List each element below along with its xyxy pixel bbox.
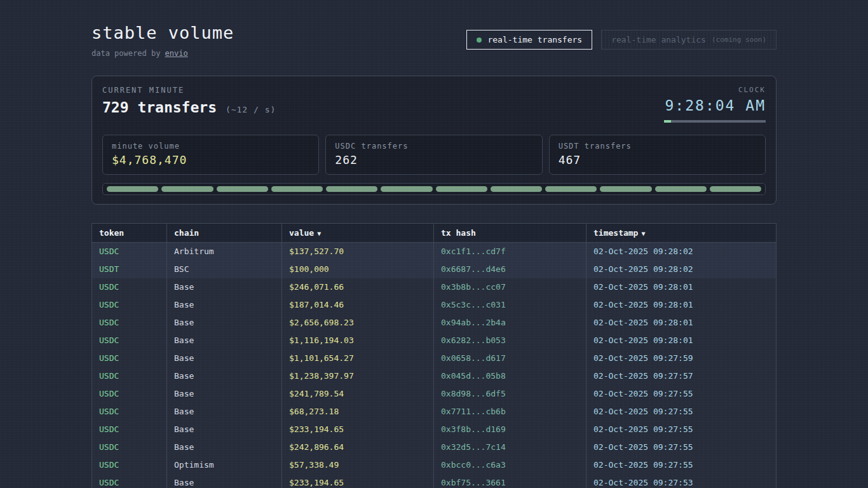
value-cell: $57,338.49 bbox=[282, 456, 434, 474]
header-block: stable volume data powered by envio bbox=[92, 23, 234, 58]
chain-cell: Optimism bbox=[167, 456, 282, 474]
envio-link[interactable]: envio bbox=[165, 49, 188, 58]
activity-segment bbox=[436, 186, 487, 192]
tx-hash-link[interactable]: 0x7711...cb6b bbox=[434, 403, 587, 421]
token-cell: USDC bbox=[92, 278, 167, 296]
token-cell: USDC bbox=[92, 474, 167, 488]
chain-cell: Base bbox=[167, 349, 282, 367]
table-body: USDCArbitrum$137,527.700xc1f1...cd7f02-O… bbox=[92, 243, 776, 488]
token-cell: USDC bbox=[92, 438, 167, 456]
stat-minute-volume: minute volume $4,768,470 bbox=[102, 135, 319, 175]
timestamp-cell: 02-Oct-2025 09:28:01 bbox=[587, 296, 776, 314]
tab-transfers-label: real-time transfers bbox=[487, 35, 582, 44]
tx-hash-link[interactable]: 0xc1f1...cd7f bbox=[434, 243, 587, 261]
value-cell: $68,273.18 bbox=[282, 403, 434, 421]
column-label: tx hash bbox=[441, 228, 476, 238]
timestamp-cell: 02-Oct-2025 09:28:01 bbox=[587, 314, 776, 332]
tab-realtime-analytics[interactable]: real-time analytics (coming soon) bbox=[601, 30, 776, 50]
stat-label: minute volume bbox=[112, 142, 309, 151]
table-row: USDCBase$1,101,654.270x0658...d61702-Oct… bbox=[92, 349, 776, 367]
tx-hash-link[interactable]: 0x6282...b053 bbox=[434, 332, 587, 349]
value-cell: $241,789.54 bbox=[282, 385, 434, 403]
table-row: USDCOptimism$57,338.490xbcc0...c6a302-Oc… bbox=[92, 456, 776, 474]
chain-cell: Base bbox=[167, 332, 282, 349]
current-minute-label: CURRENT MINUTE bbox=[102, 86, 276, 95]
stat-value: 467 bbox=[559, 153, 756, 166]
transfer-rate: (~12 / s) bbox=[226, 105, 276, 114]
activity-segment bbox=[655, 186, 707, 192]
column-header-tx-hash[interactable]: tx hash bbox=[434, 224, 587, 242]
value-cell: $187,014.46 bbox=[282, 296, 434, 314]
view-tabs: real-time transfers real-time analytics … bbox=[466, 30, 776, 50]
activity-segment bbox=[326, 186, 377, 192]
tx-hash-link[interactable]: 0x8d98...6df5 bbox=[434, 385, 587, 403]
tx-hash-link[interactable]: 0x0658...d617 bbox=[434, 349, 587, 367]
tx-hash-link[interactable]: 0x94ab...2b4a bbox=[434, 314, 587, 332]
current-minute-panel: CURRENT MINUTE 729 transfers (~12 / s) C… bbox=[92, 76, 776, 205]
table-row: USDCArbitrum$137,527.700xc1f1...cd7f02-O… bbox=[92, 243, 776, 261]
token-cell: USDC bbox=[92, 314, 167, 332]
timestamp-cell: 02-Oct-2025 09:28:01 bbox=[587, 278, 776, 296]
token-cell: USDC bbox=[92, 367, 167, 385]
stat-label: USDT transfers bbox=[559, 142, 756, 151]
timestamp-cell: 02-Oct-2025 09:27:55 bbox=[587, 385, 776, 403]
timestamp-cell: 02-Oct-2025 09:27:53 bbox=[587, 474, 776, 488]
chain-cell: Base bbox=[167, 296, 282, 314]
token-cell: USDC bbox=[92, 349, 167, 367]
minute-progress-track bbox=[664, 120, 766, 123]
chain-cell: Arbitrum bbox=[167, 243, 282, 261]
token-cell: USDC bbox=[92, 332, 167, 349]
transfers-table: tokenchainvalue▼tx hashtimestamp▼ USDCAr… bbox=[92, 223, 776, 488]
value-cell: $100,000 bbox=[282, 261, 434, 278]
activity-segment bbox=[217, 186, 268, 192]
chain-cell: Base bbox=[167, 367, 282, 385]
activity-segment bbox=[491, 186, 542, 192]
stat-value: $4,768,470 bbox=[112, 153, 309, 166]
tx-hash-link[interactable]: 0x3f8b...d169 bbox=[434, 421, 587, 438]
sort-arrow-icon: ▼ bbox=[641, 230, 645, 237]
value-cell: $137,527.70 bbox=[282, 243, 434, 261]
tx-hash-link[interactable]: 0xbf75...3661 bbox=[434, 474, 587, 488]
chain-cell: Base bbox=[167, 278, 282, 296]
column-label: value bbox=[289, 228, 314, 238]
table-row: USDCBase$233,194.650xbf75...366102-Oct-2… bbox=[92, 474, 776, 488]
chain-cell: Base bbox=[167, 403, 282, 421]
timestamp-cell: 02-Oct-2025 09:28:01 bbox=[587, 332, 776, 349]
table-row: USDCBase$242,896.640x32d5...7c1402-Oct-2… bbox=[92, 438, 776, 456]
activity-segment bbox=[381, 186, 432, 192]
column-header-value[interactable]: value▼ bbox=[282, 224, 434, 242]
column-header-timestamp[interactable]: timestamp▼ bbox=[587, 224, 776, 242]
timestamp-cell: 02-Oct-2025 09:27:55 bbox=[587, 456, 776, 474]
activity-segment bbox=[107, 186, 158, 192]
stat-value: 262 bbox=[335, 153, 532, 166]
tx-hash-link[interactable]: 0x3b8b...cc07 bbox=[434, 278, 587, 296]
value-cell: $246,071.66 bbox=[282, 278, 434, 296]
tab-realtime-transfers[interactable]: real-time transfers bbox=[466, 30, 592, 50]
token-cell: USDC bbox=[92, 385, 167, 403]
tx-hash-link[interactable]: 0xbcc0...c6a3 bbox=[434, 456, 587, 474]
value-cell: $242,896.64 bbox=[282, 438, 434, 456]
column-label: chain bbox=[174, 228, 199, 238]
activity-segments bbox=[102, 183, 766, 195]
token-cell: USDC bbox=[92, 296, 167, 314]
transfer-count-block: CURRENT MINUTE 729 transfers (~12 / s) bbox=[102, 86, 276, 123]
column-header-token[interactable]: token bbox=[92, 224, 167, 242]
stat-row: minute volume $4,768,470 USDC transfers … bbox=[102, 135, 766, 175]
stat-label: USDC transfers bbox=[335, 142, 532, 151]
token-cell: USDT bbox=[92, 261, 167, 278]
tx-hash-link[interactable]: 0x6687...d4e6 bbox=[434, 261, 587, 278]
transfer-count: 729 transfers (~12 / s) bbox=[102, 99, 276, 116]
stat-usdt-transfers: USDT transfers 467 bbox=[549, 135, 766, 175]
token-cell: USDC bbox=[92, 243, 167, 261]
value-cell: $233,194.65 bbox=[282, 421, 434, 438]
table-row: USDCBase$246,071.660x3b8b...cc0702-Oct-2… bbox=[92, 278, 776, 296]
token-cell: USDC bbox=[92, 456, 167, 474]
tx-hash-link[interactable]: 0x045d...05b8 bbox=[434, 367, 587, 385]
chain-cell: Base bbox=[167, 474, 282, 488]
table-row: USDCBase$68,273.180x7711...cb6b02-Oct-20… bbox=[92, 403, 776, 421]
tx-hash-link[interactable]: 0x5c3c...c031 bbox=[434, 296, 587, 314]
transfer-count-value: 729 transfers bbox=[102, 99, 217, 116]
table-row: USDCBase$1,116,194.030x6282...b05302-Oct… bbox=[92, 332, 776, 349]
column-header-chain[interactable]: chain bbox=[167, 224, 282, 242]
tx-hash-link[interactable]: 0x32d5...7c14 bbox=[434, 438, 587, 456]
